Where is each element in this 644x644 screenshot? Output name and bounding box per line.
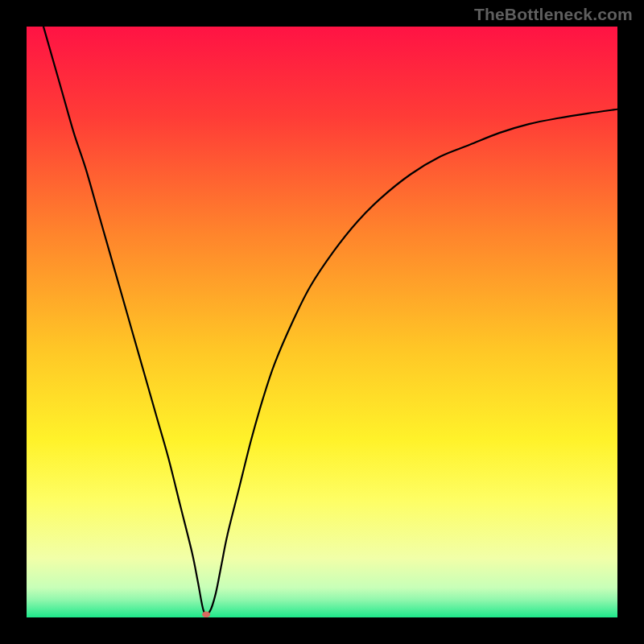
watermark-text: TheBottleneck.com: [474, 5, 633, 24]
plot-area: [27, 27, 617, 617]
bottleneck-chart-svg: [27, 27, 617, 617]
optimal-point-marker: [202, 612, 210, 617]
chart-container: TheBottleneck.com: [0, 0, 644, 644]
gradient-background: [27, 27, 617, 617]
